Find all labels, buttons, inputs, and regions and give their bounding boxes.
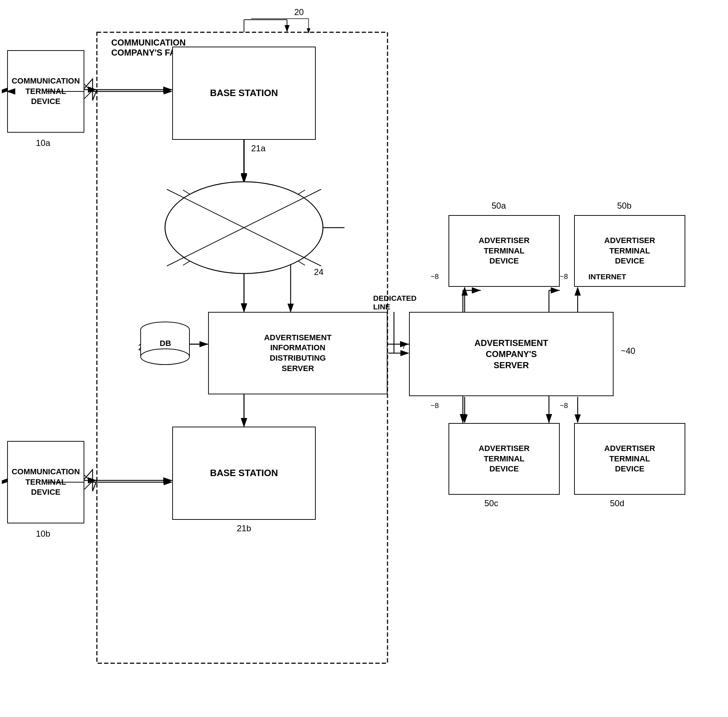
ref-7: 7 <box>402 342 406 351</box>
advertiser-50d: ADVERTISERTERMINALDEVICE <box>574 423 685 495</box>
ref-8c: ~8 <box>431 401 439 410</box>
svg-marker-15 <box>2 88 7 92</box>
ref-50d: 50d <box>610 498 624 508</box>
ref-21a: 21a <box>251 143 266 153</box>
svg-marker-50 <box>2 90 7 93</box>
svg-marker-53 <box>2 481 7 484</box>
ref-8b: ~8 <box>560 273 568 281</box>
ref-25: 25 <box>138 342 148 352</box>
ref-24: 24 <box>314 267 324 277</box>
ref-21b: 21b <box>237 523 251 534</box>
ref-23: 23 <box>251 181 261 191</box>
ref-8a: ~8 <box>431 273 439 281</box>
ref-8d: ~8 <box>560 401 568 410</box>
svg-point-69 <box>141 349 190 365</box>
exchange-network-label: EXCHANGENETWORK <box>212 219 257 237</box>
ad-company-server: ADVERTISEMENTCOMPANY'SSERVER <box>409 312 613 396</box>
base-station-b: BASE STATION <box>172 427 316 520</box>
comm-terminal-a: COMMUNICATIONTERMINALDEVICE <box>7 50 84 133</box>
comm-terminal-b: COMMUNICATIONTERMINALDEVICE <box>7 441 84 523</box>
diagram: 20 COMMUNICATIONCOMPANY'S FACILITY BASE … <box>0 0 728 717</box>
ref-50b: 50b <box>617 201 632 211</box>
advertiser-50c: ADVERTISERTERMINALDEVICE <box>448 423 560 495</box>
svg-point-34 <box>142 349 188 365</box>
svg-point-65 <box>141 322 190 338</box>
ref-40: ~40 <box>621 346 635 356</box>
advertiser-50a: ADVERTISERTERMINALDEVICE <box>448 215 560 287</box>
ref-50c: 50c <box>484 498 499 508</box>
svg-marker-19 <box>2 479 7 482</box>
ref-10a: 10a <box>36 138 50 148</box>
db-label: DB <box>156 339 168 348</box>
ref-50a: 50a <box>492 201 506 211</box>
ref-20: 20 <box>294 7 304 17</box>
ad-info-server: ADVERTISEMENTINFORMATIONDISTRIBUTINGSERV… <box>208 312 387 394</box>
svg-point-30 <box>142 324 188 340</box>
internet-label: INTERNET <box>589 273 626 281</box>
ref-10b: 10b <box>36 529 50 539</box>
base-station-a: BASE STATION <box>172 47 316 140</box>
dedicated-line-label: DEDICATEDLINE <box>373 294 416 311</box>
